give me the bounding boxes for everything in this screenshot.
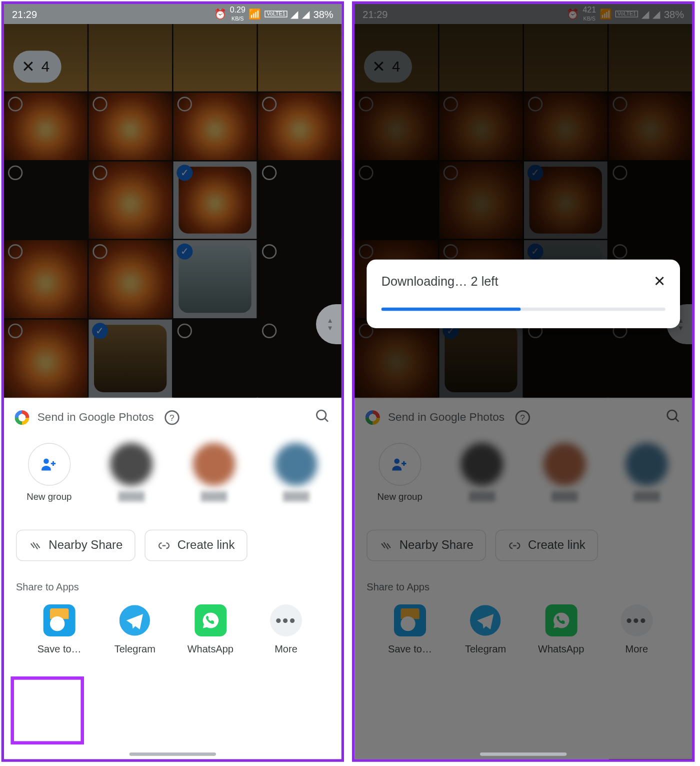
contacts-row: New group ████ ████ ████ xyxy=(4,436,342,502)
action-buttons-row: Nearby Share Create link xyxy=(4,502,342,570)
progress-bar-fill xyxy=(382,308,520,311)
home-indicator[interactable] xyxy=(130,752,216,756)
download-dialog: Downloading… 2 left ✕ xyxy=(366,260,680,328)
sheet-header: Send in Google Photos ? xyxy=(4,399,342,436)
close-icon[interactable]: ✕ xyxy=(654,273,666,290)
telegram-label: Telegram xyxy=(114,643,156,654)
apps-row: Save to… Telegram WhatsApp ••• More xyxy=(16,604,330,654)
contact-item[interactable]: ████ xyxy=(263,443,330,501)
more-icon: ••• xyxy=(270,604,302,636)
statusbar-time: 21:29 xyxy=(12,9,37,20)
contact-item[interactable]: ████ xyxy=(180,443,247,501)
phone-left: 21:29 ⏰ 0.29KB/S 📶 VoLTE1 ◢ ◢ 38% ✓ xyxy=(2,2,344,762)
grid-dim-overlay xyxy=(4,24,342,398)
net-speed: 0.29KB/S xyxy=(230,6,246,22)
signal-icon-2: ◢ xyxy=(302,8,310,20)
share-apps-section: Share to Apps Save to… Telegram Whats xyxy=(4,570,342,654)
status-bar: 21:29 ⏰ 0.29KB/S 📶 VoLTE1 ◢ ◢ 38% xyxy=(4,4,342,24)
close-icon[interactable]: ✕ xyxy=(22,58,35,76)
telegram-app[interactable]: Telegram xyxy=(98,604,172,654)
new-group-label: New group xyxy=(26,491,72,501)
home-indicator[interactable] xyxy=(480,752,566,756)
photo-grid-area: ✓ ✓ ✓ ✕ 4 ▲▼ xyxy=(4,24,342,398)
search-icon[interactable] xyxy=(314,408,330,427)
selection-count: 4 xyxy=(42,58,50,76)
svg-point-2 xyxy=(44,458,49,464)
help-icon[interactable]: ? xyxy=(164,410,179,425)
progress-bar xyxy=(382,308,666,311)
save-to-icon xyxy=(44,604,76,636)
selection-chip[interactable]: ✕ 4 xyxy=(14,51,62,83)
modal-backdrop xyxy=(354,4,692,759)
statusbar-right: ⏰ 0.29KB/S 📶 VoLTE1 ◢ ◢ 38% xyxy=(214,6,334,22)
share-apps-title: Share to Apps xyxy=(16,581,330,592)
svg-point-0 xyxy=(316,410,326,420)
svg-line-1 xyxy=(324,418,328,422)
phone-right: 21:29 ⏰ 421KB/S 📶 VoLTE1 ◢ ◢ 38% ✓ ✓ ✓ ✕… xyxy=(352,2,694,762)
telegram-icon xyxy=(119,604,151,636)
new-group-icon xyxy=(28,443,70,485)
battery-text: 38% xyxy=(314,9,334,20)
download-text: Downloading… 2 left xyxy=(382,274,498,289)
nearby-share-button[interactable]: Nearby Share xyxy=(16,530,136,561)
new-group-button[interactable]: New group xyxy=(16,443,82,501)
more-apps[interactable]: ••• More xyxy=(250,604,323,654)
share-sheet: Send in Google Photos ? New group ████ █… xyxy=(4,399,342,759)
create-link-label: Create link xyxy=(178,538,235,552)
volte-badge: VoLTE1 xyxy=(264,11,287,17)
contact-item[interactable]: ████ xyxy=(98,443,165,501)
sheet-title: Send in Google Photos xyxy=(38,411,154,424)
wifi-icon: 📶 xyxy=(248,8,261,20)
google-photos-icon xyxy=(14,410,29,425)
signal-icon-1: ◢ xyxy=(290,8,298,20)
nearby-share-label: Nearby Share xyxy=(48,538,122,552)
whatsapp-app[interactable]: WhatsApp xyxy=(174,604,248,654)
alarm-icon: ⏰ xyxy=(214,8,226,20)
whatsapp-label: WhatsApp xyxy=(188,643,234,654)
whatsapp-icon xyxy=(194,604,226,636)
more-label: More xyxy=(274,643,298,654)
save-to-app[interactable]: Save to… xyxy=(22,604,96,654)
save-to-label: Save to… xyxy=(38,643,82,654)
create-link-button[interactable]: Create link xyxy=(144,530,247,561)
